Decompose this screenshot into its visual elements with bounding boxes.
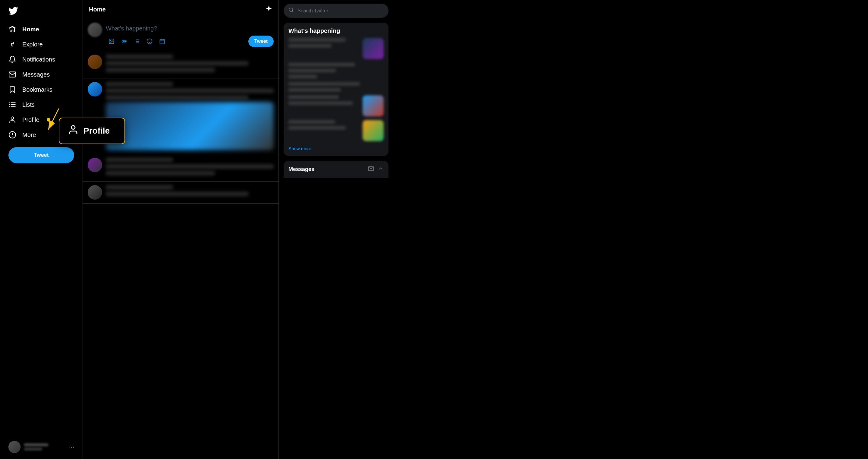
profile-indicator-dot <box>47 118 50 121</box>
profile-tooltip: Profile <box>59 118 125 144</box>
account-more-dots[interactable]: ··· <box>69 443 74 451</box>
feed-text-1b <box>106 68 215 72</box>
feed-image-2 <box>106 102 274 150</box>
bookmarks-icon <box>8 86 16 93</box>
messages-panel-title: Messages <box>288 166 314 172</box>
sidebar-item-explore[interactable]: # Explore <box>4 37 79 52</box>
sidebar-item-home-label: Home <box>22 26 39 33</box>
sidebar-item-more-label: More <box>22 132 36 138</box>
feed-text-2b <box>106 95 248 99</box>
trending-text-3 <box>288 82 384 92</box>
sidebar: Home # Explore Notifications Messages Bo… <box>0 0 83 459</box>
feed-header: Home <box>83 0 278 19</box>
svg-point-10 <box>71 126 75 130</box>
twitter-logo[interactable] <box>4 2 79 21</box>
trending-thumb-5 <box>363 120 384 141</box>
twitter-bird-icon <box>8 6 18 16</box>
sidebar-item-messages-label: Messages <box>22 71 50 78</box>
sidebar-item-home[interactable]: Home <box>4 22 79 37</box>
feed-title: Home <box>89 6 106 13</box>
feed-content-2 <box>106 82 274 150</box>
trending-item-3[interactable] <box>288 82 384 92</box>
more-icon <box>8 131 16 139</box>
feed-text-3b <box>106 171 215 175</box>
svg-point-14 <box>110 40 111 41</box>
sidebar-item-explore-label: Explore <box>22 41 43 48</box>
search-icon <box>288 7 294 14</box>
sidebar-item-profile-label: Profile <box>22 116 39 123</box>
whats-happening-title: What's happening <box>288 27 384 34</box>
tooltip-profile-label: Profile <box>84 126 110 136</box>
compose-message-icon[interactable] <box>368 166 374 173</box>
feed-avatar-3 <box>88 158 102 172</box>
feed-content-3 <box>106 158 274 178</box>
feed-item-3[interactable] <box>83 154 278 181</box>
feed-item-1[interactable] <box>83 51 278 78</box>
feed-text-4a <box>106 192 248 196</box>
compose-poll-button[interactable] <box>131 36 143 47</box>
sidebar-item-lists[interactable]: Lists <box>4 97 79 112</box>
sidebar-item-bookmarks[interactable]: Bookmarks <box>4 82 79 97</box>
feed-avatar-2 <box>88 82 102 96</box>
main-feed: Home What's happening? GIF <box>83 0 279 459</box>
feed-avatar-4 <box>88 185 102 200</box>
chevron-up-icon[interactable] <box>378 166 384 173</box>
compose-image-button[interactable] <box>106 36 117 47</box>
compose-right: What's happening? GIF <box>106 23 274 47</box>
trending-item-2[interactable] <box>288 63 384 78</box>
search-input[interactable]: Search Twitter <box>298 8 328 13</box>
feed-content-4 <box>106 185 274 200</box>
explore-icon: # <box>8 40 16 48</box>
svg-rect-25 <box>160 39 164 44</box>
show-more-link[interactable]: Show more <box>288 145 384 151</box>
whats-happening-card: What's happening <box>284 23 389 156</box>
compose-tweet-button[interactable]: Tweet <box>248 36 274 47</box>
feed-username-2 <box>106 82 173 86</box>
compose-input[interactable]: What's happening? <box>106 23 274 32</box>
feed-username-3 <box>106 158 173 162</box>
compose-emoji-button[interactable] <box>144 36 155 47</box>
feed-text-2a <box>106 89 274 93</box>
notifications-icon <box>8 56 16 63</box>
right-sidebar: Search Twitter What's happening <box>279 0 393 459</box>
trending-text-1 <box>288 38 360 59</box>
sidebar-item-bookmarks-label: Bookmarks <box>22 86 53 93</box>
trending-thumb-4 <box>363 95 384 116</box>
trending-thumb-1 <box>363 38 384 59</box>
account-switcher[interactable]: ··· <box>4 437 79 457</box>
trending-text-5 <box>288 120 360 131</box>
compose-area: What's happening? GIF <box>83 19 278 51</box>
sidebar-item-notifications[interactable]: Notifications <box>4 52 79 67</box>
trending-item-4[interactable] <box>288 95 384 116</box>
search-bar[interactable]: Search Twitter <box>284 4 389 18</box>
feed-avatar-1 <box>88 55 102 69</box>
compose-schedule-button[interactable] <box>156 36 168 47</box>
trending-text-2 <box>288 63 384 78</box>
feed-content-1 <box>106 55 274 75</box>
tooltip-profile-icon <box>68 124 79 138</box>
svg-point-22 <box>147 39 152 44</box>
user-info <box>24 443 65 451</box>
svg-point-6 <box>11 117 14 119</box>
compose-icon-group: GIF <box>106 36 168 47</box>
feed-username-4 <box>106 185 173 190</box>
trending-item-1[interactable] <box>288 38 384 59</box>
messages-icon <box>8 70 16 78</box>
messages-panel-icons <box>368 166 384 173</box>
svg-text:GIF: GIF <box>122 40 127 43</box>
feed-text-3a <box>106 164 274 169</box>
lists-icon <box>8 101 16 109</box>
svg-line-30 <box>292 11 293 12</box>
feed-item-4[interactable] <box>83 181 278 204</box>
feed-text-1a <box>106 61 248 65</box>
sidebar-item-messages[interactable]: Messages <box>4 67 79 82</box>
trending-item-5[interactable] <box>288 120 384 141</box>
feed-username-1 <box>106 55 173 59</box>
sidebar-item-lists-label: Lists <box>22 101 35 108</box>
compose-gif-button[interactable]: GIF <box>119 36 130 47</box>
profile-icon <box>8 116 16 124</box>
tweet-button[interactable]: Tweet <box>8 147 74 163</box>
sidebar-item-notifications-label: Notifications <box>22 56 55 63</box>
sparkle-icon[interactable] <box>265 5 273 14</box>
svg-point-29 <box>289 8 293 11</box>
